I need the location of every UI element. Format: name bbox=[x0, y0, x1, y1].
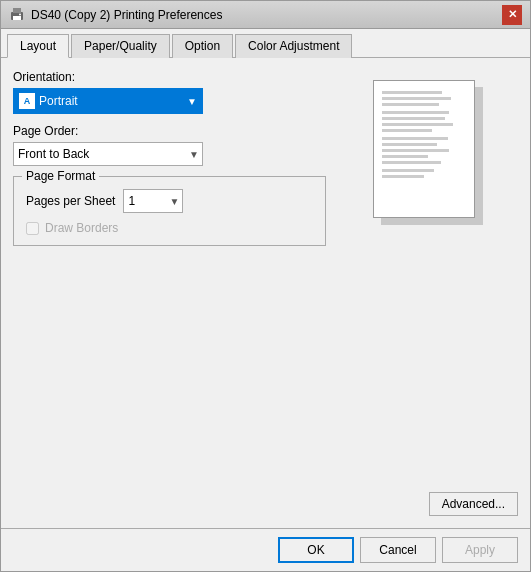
close-button[interactable]: ✕ bbox=[502, 5, 522, 25]
orientation-arrow-icon: ▼ bbox=[187, 96, 197, 107]
bottom-area: Advanced... bbox=[13, 484, 518, 516]
cancel-button[interactable]: Cancel bbox=[360, 537, 436, 563]
paper-lines-group bbox=[382, 91, 466, 106]
orientation-select[interactable]: A Portrait ▼ bbox=[13, 88, 203, 114]
paper-lines-group bbox=[382, 137, 466, 164]
paper-line bbox=[382, 123, 453, 126]
svg-rect-1 bbox=[13, 16, 21, 20]
advanced-button[interactable]: Advanced... bbox=[429, 492, 518, 516]
paper-line bbox=[382, 161, 441, 164]
draw-borders-label: Draw Borders bbox=[45, 221, 118, 235]
page-format-legend: Page Format bbox=[22, 169, 99, 183]
printer-icon bbox=[9, 7, 25, 23]
page-order-wrapper: Front to Back Back to Front ▼ bbox=[13, 142, 203, 166]
tabs-bar: Layout Paper/Quality Option Color Adjust… bbox=[1, 29, 530, 58]
window: DS40 (Copy 2) Printing Preferences ✕ Lay… bbox=[0, 0, 531, 572]
paper-line bbox=[382, 103, 439, 106]
orientation-value: Portrait bbox=[39, 94, 187, 108]
main-area: Orientation: A Portrait ▼ Page Order: Fr… bbox=[13, 70, 518, 484]
page-order-label: Page Order: bbox=[13, 124, 326, 138]
right-panel bbox=[338, 70, 518, 484]
paper-line bbox=[382, 169, 434, 172]
paper-line bbox=[382, 91, 442, 94]
svg-rect-2 bbox=[13, 8, 21, 13]
paper-preview bbox=[373, 80, 483, 225]
paper-line bbox=[382, 111, 449, 114]
tab-option[interactable]: Option bbox=[172, 34, 233, 58]
paper-line bbox=[382, 97, 451, 100]
paper-line bbox=[382, 149, 449, 152]
title-bar-left: DS40 (Copy 2) Printing Preferences bbox=[9, 7, 222, 23]
pages-per-sheet-label: Pages per Sheet bbox=[26, 194, 115, 208]
page-order-group: Page Order: Front to Back Back to Front … bbox=[13, 124, 326, 166]
pages-per-sheet-select[interactable]: 1 2 4 6 9 16 bbox=[123, 189, 183, 213]
paper-line bbox=[382, 137, 448, 140]
title-bar: DS40 (Copy 2) Printing Preferences ✕ bbox=[1, 1, 530, 29]
paper-line bbox=[382, 117, 445, 120]
paper-line bbox=[382, 129, 432, 132]
orientation-icon: A bbox=[19, 93, 35, 109]
pages-per-sheet-row: Pages per Sheet 1 2 4 6 9 16 ▼ bbox=[26, 189, 313, 213]
tab-color-adjustment[interactable]: Color Adjustment bbox=[235, 34, 352, 58]
paper-line bbox=[382, 143, 437, 146]
draw-borders-checkbox[interactable] bbox=[26, 222, 39, 235]
ok-button[interactable]: OK bbox=[278, 537, 354, 563]
paper-line bbox=[382, 175, 424, 178]
paper-lines-group bbox=[382, 169, 466, 178]
paper-line bbox=[382, 155, 428, 158]
tab-paper-quality[interactable]: Paper/Quality bbox=[71, 34, 170, 58]
orientation-label: Orientation: bbox=[13, 70, 326, 84]
footer: OK Cancel Apply bbox=[1, 528, 530, 571]
page-order-select[interactable]: Front to Back Back to Front bbox=[13, 142, 203, 166]
apply-button[interactable]: Apply bbox=[442, 537, 518, 563]
paper-lines-group bbox=[382, 111, 466, 132]
content-area: Orientation: A Portrait ▼ Page Order: Fr… bbox=[1, 58, 530, 528]
tab-layout[interactable]: Layout bbox=[7, 34, 69, 58]
draw-borders-row: Draw Borders bbox=[26, 221, 313, 235]
title-text: DS40 (Copy 2) Printing Preferences bbox=[31, 8, 222, 22]
paper-main bbox=[373, 80, 475, 218]
left-panel: Orientation: A Portrait ▼ Page Order: Fr… bbox=[13, 70, 326, 484]
pages-per-sheet-wrapper: 1 2 4 6 9 16 ▼ bbox=[123, 189, 183, 213]
orientation-group: Orientation: A Portrait ▼ bbox=[13, 70, 326, 114]
svg-point-3 bbox=[19, 13, 21, 15]
page-format-group: Page Format Pages per Sheet 1 2 4 6 9 bbox=[13, 176, 326, 246]
